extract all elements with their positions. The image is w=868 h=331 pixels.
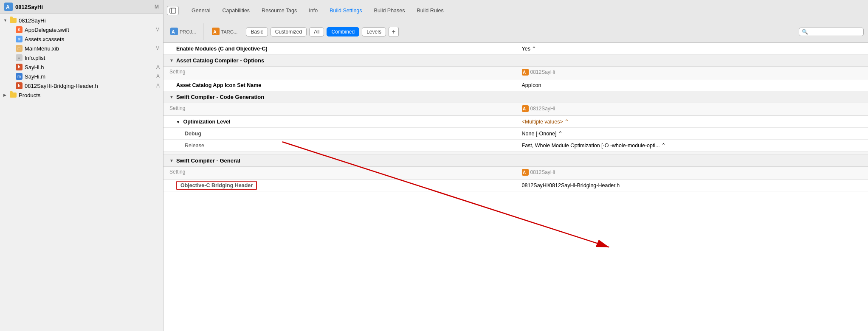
- section-chevron: ▼: [169, 58, 174, 63]
- svg-text:A: A: [213, 29, 217, 34]
- xcassets-icon: ⊞: [15, 36, 23, 42]
- sidebar-item-bridging-header[interactable]: h 0812SayHi-Bridging-Header.h A: [0, 81, 163, 90]
- search-icon: 🔍: [802, 29, 808, 35]
- asset-icon-set-key: Asset Catalog App Icon Set Name: [163, 81, 516, 90]
- sidebar-header: A 0812SayHi M: [0, 0, 163, 14]
- objc-bridging-key: Objective-C Bridging Header: [163, 181, 516, 190]
- proj-item[interactable]: A PROJ...: [168, 27, 199, 37]
- svg-text:A: A: [6, 4, 10, 10]
- sidebar-tree: ▼ 0812SayHi S AppDelegate.swift M ⊞ Asse…: [0, 14, 163, 331]
- h-icon: h: [15, 64, 23, 70]
- svg-text:A: A: [523, 107, 526, 111]
- search-input[interactable]: [810, 29, 861, 35]
- filter-btn-combined[interactable]: Combined: [327, 27, 359, 36]
- section-chevron-swift: ▼: [169, 95, 174, 99]
- filter-btn-all[interactable]: All: [309, 27, 324, 36]
- swift-gen-col-val: A 0812SayHi: [516, 168, 561, 178]
- release-value: Fast, Whole Module Optimization [-O -who…: [516, 140, 868, 150]
- section-title-swift-gen: Swift Compiler - General: [176, 157, 240, 164]
- tab-general[interactable]: General: [186, 5, 216, 16]
- asset-icon-set-val-text: AppIcon: [522, 82, 541, 88]
- filter-btn-levels[interactable]: Levels: [362, 27, 386, 36]
- swift-gen-col-key: Setting: [163, 168, 516, 178]
- sidebar-item-label: MainMenu.xib: [25, 45, 154, 52]
- sidebar-item-label: AppDelegate.swift: [25, 27, 154, 33]
- swift-col-key-header: Setting: [163, 104, 516, 114]
- targ-item[interactable]: A TARG...: [209, 27, 240, 37]
- optimization-level-value: <Multiple values> ⌃: [516, 117, 868, 126]
- sidebar-item-label: Products: [19, 92, 160, 98]
- asset-catalog-section-header: ▼ Asset Catalog Compiler - Options: [163, 55, 868, 67]
- xcode-icon-swift: A 0812SayHi: [522, 105, 555, 112]
- filter-bar: A PROJ... A TARG... Basic Custom: [163, 21, 868, 43]
- objc-bridging-key-text: Objective-C Bridging Header: [176, 181, 257, 190]
- plist-icon: ≡: [15, 54, 23, 61]
- tab-capabilities[interactable]: Capabilities: [216, 5, 256, 16]
- svg-text:A: A: [523, 170, 526, 175]
- asset-col-key-header: Setting: [163, 68, 516, 78]
- sidebar-item-project-root[interactable]: ▼ 0812SayHi: [0, 16, 163, 25]
- sidebar-item-sayhi-h[interactable]: h SayHi.h A: [0, 62, 163, 72]
- enable-modules-value: Yes ⌃: [516, 44, 868, 53]
- add-setting-button[interactable]: +: [389, 27, 399, 37]
- swift-codegen-col-header: Setting A 0812SayHi: [163, 103, 868, 116]
- svg-text:A: A: [523, 70, 526, 75]
- asset-catalog-col-header: Setting A 0812SayHi: [163, 67, 868, 79]
- asset-icon-set-value: AppIcon: [516, 81, 868, 90]
- root-badge: M: [155, 4, 159, 10]
- debug-val-text: None [-Onone] ⌃: [522, 130, 563, 137]
- svg-text:A: A: [172, 29, 175, 34]
- section-chevron-swift-gen: ▼: [169, 158, 174, 163]
- enable-modules-key: Enable Modules (C and Objective-C): [163, 44, 516, 53]
- sidebar-item-sayhi-m[interactable]: m SayHi.m A: [0, 72, 163, 81]
- sidebar-item-assets[interactable]: ⊞ Assets.xcassets: [0, 34, 163, 44]
- tab-resource-tags[interactable]: Resource Tags: [256, 5, 303, 16]
- tab-build-settings[interactable]: Build Settings: [324, 5, 368, 16]
- sidebar-item-products[interactable]: ▶ Products: [0, 90, 163, 100]
- filter-btn-customized[interactable]: Customized: [271, 27, 307, 36]
- sidebar-item-label: Info.plist: [25, 55, 160, 61]
- sidebar-item-label: 0812SayHi-Bridging-Header.h: [25, 83, 155, 89]
- m-icon: m: [15, 73, 23, 80]
- xcode-icon-swift-gen: A 0812SayHi: [522, 169, 555, 176]
- objc-bridging-row: Objective-C Bridging Header 0812SayHi/08…: [163, 180, 868, 191]
- filter-separator: [203, 23, 203, 40]
- products-folder-icon: [9, 92, 17, 98]
- tab-build-rules[interactable]: Build Rules: [411, 5, 450, 16]
- file-badge: A: [156, 83, 160, 89]
- file-badge: M: [155, 27, 160, 33]
- filter-btn-basic[interactable]: Basic: [246, 27, 268, 36]
- proj-xcode-icon: A: [170, 28, 178, 35]
- xcode-icon-asset: A 0812SayHi: [522, 69, 555, 76]
- expand-arrow: ▼: [3, 18, 9, 22]
- enable-modules-row: Enable Modules (C and Objective-C) Yes ⌃: [163, 43, 868, 55]
- tab-bar: General Capabilities Resource Tags Info …: [163, 0, 868, 21]
- file-badge: A: [156, 64, 160, 70]
- sidebar-item-label: Assets.xcassets: [25, 36, 160, 42]
- file-badge: A: [156, 73, 160, 79]
- swift-gen-col-header: Setting A 0812SayHi: [163, 167, 868, 180]
- targ-label: TARG...: [221, 29, 238, 34]
- optimization-level-val-text: <Multiple values> ⌃: [522, 118, 569, 125]
- release-val-text: Fast, Whole Module Optimization [-O -who…: [522, 142, 666, 149]
- project-title: 0812SayHi: [15, 4, 43, 10]
- objc-bridging-value: 0812SayHi/0812SayHi-Bridging-Header.h: [516, 181, 868, 190]
- sidebar-toggle-button[interactable]: [167, 6, 179, 15]
- project-icon: A: [4, 3, 13, 11]
- expand-arrow-products: ▶: [3, 93, 9, 97]
- tab-info[interactable]: Info: [303, 5, 324, 16]
- section-title: Asset Catalog Compiler - Options: [176, 57, 264, 64]
- optimization-level-key: ▼ Optimization Level: [163, 117, 516, 126]
- sidebar-item-appdelegate[interactable]: S AppDelegate.swift M: [0, 25, 163, 34]
- proj-label: PROJ...: [180, 29, 196, 34]
- optimization-level-row: ▼ Optimization Level <Multiple values> ⌃: [163, 116, 868, 128]
- debug-key: Debug: [163, 129, 516, 138]
- asset-col-val-header: A 0812SayHi: [516, 68, 561, 78]
- sidebar-item-mainmenu[interactable]: ◫ MainMenu.xib M: [0, 44, 163, 53]
- sidebar-item-label: 0812SayHi: [19, 17, 160, 24]
- sidebar-item-infoplist[interactable]: ≡ Info.plist: [0, 53, 163, 62]
- tab-build-phases[interactable]: Build Phases: [368, 5, 411, 16]
- enable-modules-val-text: Yes ⌃: [522, 45, 537, 52]
- optlevel-chevron: ▼: [176, 120, 180, 124]
- sidebar-item-label: SayHi.m: [25, 73, 155, 80]
